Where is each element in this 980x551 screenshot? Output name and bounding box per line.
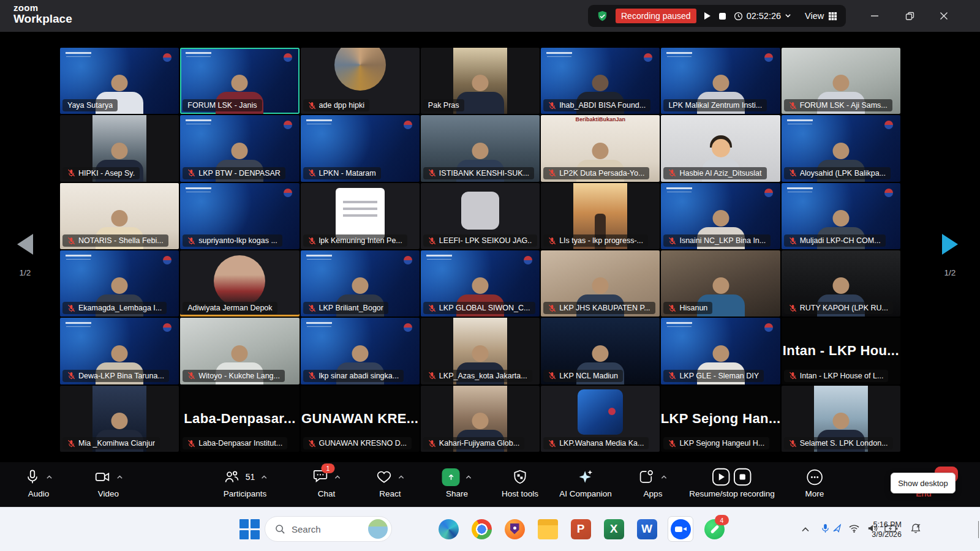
recording-paused-badge: Recording paused: [616, 9, 696, 23]
participant-tile[interactable]: Yaya Sutarya: [60, 48, 179, 114]
participant-tile[interactable]: Adiwiyata Jerman Depok: [180, 250, 299, 317]
share-options-chevron-icon[interactable]: [466, 474, 472, 479]
participant-tile[interactable]: LKP GLOBAL SIWON_C...: [421, 250, 540, 317]
stop-recording-icon[interactable]: [718, 12, 726, 20]
video-options-chevron-icon[interactable]: [116, 474, 123, 479]
stop-recording-button-icon[interactable]: [733, 468, 752, 486]
participant-tile[interactable]: NOTARIS - Shella Febi...: [60, 183, 179, 249]
minimize-button[interactable]: [858, 0, 892, 32]
tray-microphone-icon[interactable]: [821, 523, 829, 536]
participant-tile[interactable]: FORUM LSK - Aji Sams...: [782, 48, 900, 114]
participant-tile[interactable]: Pak Pras: [421, 48, 540, 114]
view-button[interactable]: View: [805, 11, 837, 21]
participant-tile[interactable]: HIPKI - Asep Sy.: [60, 115, 179, 181]
host-tools-button[interactable]: Host tools: [502, 467, 538, 498]
excel-taskbar-icon[interactable]: X: [601, 517, 626, 541]
tray-location-icon[interactable]: [832, 524, 842, 536]
chat-button[interactable]: 1 Chat: [312, 467, 341, 498]
participant-tile[interactable]: ade dpp hipki: [301, 48, 420, 114]
participant-tile[interactable]: Mia _Komihwa Cianjur: [60, 386, 179, 452]
participant-tile[interactable]: LKP BTW - DENPASAR: [180, 115, 299, 181]
participant-tile[interactable]: Aloysahid (LPK Balikpa...: [782, 115, 900, 181]
participant-tile[interactable]: Laba-Denpasar...Laba-Denpasar Institut..…: [180, 386, 299, 452]
audio-options-chevron-icon[interactable]: [46, 474, 53, 479]
participant-tile[interactable]: supriyanto-lkp kogas ...: [180, 183, 299, 249]
participant-name: LIs tyas - lkp progress-...: [559, 236, 643, 245]
participant-tile[interactable]: Isnaini NC_LKP Bina In...: [661, 183, 780, 249]
participant-tile[interactable]: LKP Briliant_Bogor: [301, 250, 420, 317]
participant-tile[interactable]: ISTIBANK KENSHI-SUK...: [421, 115, 540, 181]
participants-options-chevron-icon[interactable]: [260, 474, 267, 479]
chat-options-chevron-icon[interactable]: [334, 474, 341, 479]
apps-button[interactable]: Apps: [639, 467, 668, 498]
close-button[interactable]: [927, 0, 961, 32]
chrome-taskbar-icon[interactable]: [469, 517, 494, 541]
participant-tile[interactable]: FORUM LSK - Janis: [180, 48, 299, 114]
participant-tile[interactable]: Hasbie Al Aziz_Ditsuslat: [661, 115, 780, 181]
next-page-control[interactable]: 1/2: [929, 234, 971, 277]
meeting-timer[interactable]: 02:52:26: [734, 11, 791, 21]
participant-tile[interactable]: RUTY KAPOH (LPK RU...: [782, 250, 900, 317]
participant-tile[interactable]: lpk Kemuning Inten Pe...: [301, 183, 420, 249]
taskbar-clock[interactable]: 5:16 PM 3/9/2026: [872, 520, 902, 540]
participant-tile[interactable]: LKP_Azas_kota Jakarta...: [421, 318, 540, 384]
participant-tile[interactable]: Selamet S. LPK London...: [782, 386, 900, 452]
whatsapp-taskbar-icon[interactable]: 4: [702, 517, 726, 541]
resume-stop-recording-button[interactable]: Resume/stop recording: [689, 467, 775, 498]
react-button[interactable]: React: [376, 467, 405, 498]
participant-tile[interactable]: lkp sinar abadi singka...: [301, 318, 420, 384]
zoom-taskbar-icon[interactable]: [668, 516, 693, 542]
start-button[interactable]: [239, 519, 260, 539]
participant-tile[interactable]: GUNAWAN KRE...GUNAWAN KRESNO D...: [301, 386, 420, 452]
participant-tile[interactable]: Intan - LKP Hou...Intan - LKP House of L…: [782, 318, 900, 384]
chat-unread-badge: 1: [322, 463, 335, 473]
participant-tile[interactable]: LPKN - Mataram: [301, 115, 420, 181]
participant-name-label: LKP GLOBAL SIWON_C...: [423, 302, 535, 314]
audio-button[interactable]: Audio: [24, 467, 53, 498]
muted-mic-icon: [187, 372, 195, 380]
previous-page-arrow-icon[interactable]: [17, 234, 33, 255]
participant-tile[interactable]: Witoyo - Kukche Lang...: [180, 318, 299, 384]
resume-recording-button-icon[interactable]: [712, 468, 730, 486]
next-page-arrow-icon[interactable]: [942, 234, 958, 255]
ai-companion-button[interactable]: AI Companion: [559, 467, 612, 498]
resume-recording-icon[interactable]: [704, 12, 711, 20]
react-options-chevron-icon[interactable]: [398, 474, 405, 479]
participant-tile[interactable]: LKP NCL Madiun: [541, 318, 660, 384]
tray-overflow-chevron-icon[interactable]: [801, 524, 810, 535]
participant-tile[interactable]: LPK Malikal Zentrum Insti...: [661, 48, 780, 114]
wifi-icon[interactable]: [848, 524, 860, 536]
edge-taskbar-icon[interactable]: [436, 517, 461, 541]
folder-taskbar-icon[interactable]: [535, 517, 560, 541]
participant-tile[interactable]: LIs tyas - lkp progress-...: [541, 183, 660, 249]
participant-tile[interactable]: LKP.Wahana Media Ka...: [541, 386, 660, 452]
apps-options-chevron-icon[interactable]: [661, 474, 668, 479]
more-button[interactable]: More: [805, 467, 824, 498]
participant-tile[interactable]: LKP JHS KABUPATEN P...: [541, 250, 660, 317]
participant-tile[interactable]: BeribaktiBukanJanLP2K Duta Persada-Yo...: [541, 115, 660, 181]
participant-tile[interactable]: Kahari-Fujiyama Glob...: [421, 386, 540, 452]
participant-tile[interactable]: Dewa-LKP Bina Taruna...: [60, 318, 179, 384]
grid-view-icon: [828, 12, 837, 21]
participant-tile[interactable]: Hisanun: [661, 250, 780, 317]
participant-tile[interactable]: LKP GLE - Sleman DIY: [661, 318, 780, 384]
participants-button[interactable]: 51 Participants: [223, 467, 268, 498]
restore-button[interactable]: [892, 0, 927, 32]
show-desktop-edge[interactable]: [978, 521, 979, 538]
participant-tile[interactable]: LKP Sejong Han...LKP Sejong Hangeul H...: [661, 386, 780, 452]
share-button[interactable]: Share: [442, 467, 472, 498]
shield-taskbar-icon[interactable]: [502, 517, 527, 541]
participant-tile[interactable]: Muljadi LKP-CH COM...: [782, 183, 900, 249]
participant-tile[interactable]: LEEFI- LPK SEIKOU JAG...: [421, 183, 540, 249]
participant-tile[interactable]: Ekamagda_Lembaga I...: [60, 250, 179, 317]
video-button[interactable]: Video: [94, 467, 123, 498]
word-taskbar-icon[interactable]: W: [635, 517, 659, 541]
notification-bell-icon[interactable]: [910, 523, 921, 536]
previous-page-control[interactable]: 1/2: [4, 234, 47, 277]
more-label: More: [805, 489, 824, 498]
taskbar-search-box[interactable]: Search: [265, 516, 392, 542]
powerpoint-taskbar-icon[interactable]: P: [568, 517, 593, 541]
participant-name: LP2K Duta Persada-Yo...: [559, 169, 644, 178]
search-highlight-image[interactable]: [368, 519, 388, 539]
participant-tile[interactable]: Ihab_ABDI BISA Found...: [541, 48, 660, 114]
